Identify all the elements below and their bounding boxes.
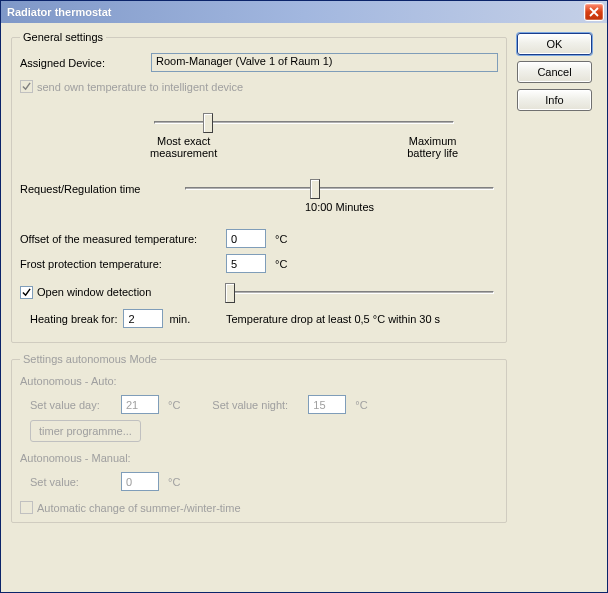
frost-unit: °C — [275, 258, 287, 270]
heating-break-input[interactable] — [123, 309, 163, 328]
set-value-label: Set value: — [30, 476, 115, 488]
autonomous-manual-label: Autonomous - Manual: — [20, 452, 498, 464]
assigned-device-label: Assigned Device: — [20, 57, 145, 69]
set-value-input — [121, 472, 159, 491]
heating-break-unit: min. — [169, 313, 190, 325]
set-day-label: Set value day: — [30, 399, 115, 411]
close-icon — [589, 7, 599, 17]
summer-winter-checkbox — [20, 501, 33, 514]
open-window-checkbox[interactable] — [20, 286, 33, 299]
group-general-legend: General settings — [20, 31, 106, 43]
offset-unit: °C — [275, 233, 287, 245]
group-general-settings: General settings Assigned Device: Room-M… — [11, 31, 507, 343]
dialog-window: Radiator thermostat General settings Ass… — [0, 0, 608, 593]
set-day-unit: °C — [168, 399, 180, 411]
assigned-device-field: Room-Manager (Valve 1 of Raum 1) — [151, 53, 498, 72]
info-button[interactable]: Info — [517, 89, 592, 111]
temp-drop-hint: Temperature drop at least 0,5 °C within … — [226, 313, 498, 325]
ok-button[interactable]: OK — [517, 33, 592, 55]
offset-input[interactable] — [226, 229, 266, 248]
close-button[interactable] — [584, 3, 604, 21]
send-own-temp-checkbox — [20, 80, 33, 93]
slider-thumb[interactable] — [310, 179, 320, 199]
autonomous-auto-label: Autonomous - Auto: — [20, 375, 498, 387]
frost-label: Frost protection temperature: — [20, 258, 220, 270]
heating-break-label: Heating break for: — [30, 313, 117, 325]
frost-input[interactable] — [226, 254, 266, 273]
titlebar[interactable]: Radiator thermostat — [1, 1, 607, 23]
summer-winter-label: Automatic change of summer-/winter-time — [37, 502, 241, 514]
measurement-battery-slider[interactable] — [154, 111, 454, 133]
window-title: Radiator thermostat — [7, 6, 584, 18]
check-icon — [22, 82, 31, 91]
open-window-slider[interactable] — [230, 281, 494, 303]
send-own-temp-label: send own temperature to intelligent devi… — [37, 81, 243, 93]
set-night-input — [308, 395, 346, 414]
set-value-unit: °C — [168, 476, 180, 488]
cancel-button[interactable]: Cancel — [517, 61, 592, 83]
dialog-buttons: OK Cancel Info — [517, 31, 597, 584]
set-night-label: Set value night: — [212, 399, 302, 411]
slider1-right-label: Maximum battery life — [407, 135, 458, 159]
group-autonomous-legend: Settings autonomous Mode — [20, 353, 160, 365]
open-window-label: Open window detection — [37, 286, 151, 298]
client-area: General settings Assigned Device: Room-M… — [1, 23, 607, 592]
timer-programme-button: timer programme... — [30, 420, 141, 442]
group-autonomous-mode: Settings autonomous Mode Autonomous - Au… — [11, 353, 507, 523]
check-icon — [22, 288, 31, 297]
request-time-label: Request/Regulation time — [20, 177, 175, 195]
slider-thumb[interactable] — [203, 113, 213, 133]
request-time-slider[interactable] — [185, 177, 494, 199]
set-day-input — [121, 395, 159, 414]
offset-label: Offset of the measured temperature: — [20, 233, 220, 245]
request-time-value: 10:00 Minutes — [181, 201, 498, 213]
slider1-left-label: Most exact measurement — [150, 135, 217, 159]
set-night-unit: °C — [355, 399, 367, 411]
slider-thumb[interactable] — [225, 283, 235, 303]
